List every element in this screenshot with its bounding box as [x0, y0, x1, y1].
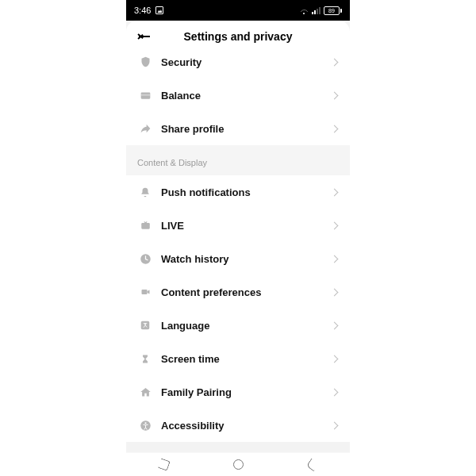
section-header-content-display: Content & Display	[126, 145, 350, 175]
chevron-right-icon	[331, 125, 339, 132]
chevron-right-icon	[331, 255, 339, 263]
row-label: Language	[153, 320, 332, 332]
row-label: Watch history	[153, 253, 332, 265]
phone-frame: 3:46 89 Settings and privacy Security	[126, 0, 350, 476]
back-icon	[306, 458, 320, 471]
row-label: Family Pairing	[153, 386, 332, 398]
chevron-right-icon	[331, 58, 339, 66]
row-screen-time[interactable]: Screen time	[126, 342, 350, 375]
row-watch-history[interactable]: Watch history	[126, 242, 350, 275]
hourglass-icon	[137, 351, 153, 367]
row-label: Content preferences	[153, 286, 332, 298]
row-label: Push notifications	[153, 186, 332, 198]
recent-apps-icon	[157, 458, 171, 471]
row-security[interactable]: Security	[126, 52, 350, 79]
row-label: Share profile	[153, 123, 332, 135]
chevron-right-icon	[331, 388, 339, 396]
share-icon	[137, 121, 153, 136]
row-language[interactable]: Language	[126, 309, 350, 342]
nav-recent-button[interactable]	[148, 456, 179, 474]
shield-icon	[137, 54, 153, 70]
svg-rect-1	[140, 94, 150, 96]
bell-icon	[137, 184, 153, 200]
row-push-notifications[interactable]: Push notifications	[126, 175, 350, 209]
chevron-right-icon	[331, 321, 339, 329]
arrow-left-icon	[139, 36, 150, 37]
battery-level: 89	[324, 6, 340, 15]
chevron-right-icon	[331, 91, 339, 99]
chevron-right-icon	[331, 221, 339, 229]
row-label: Security	[153, 56, 332, 68]
accessibility-icon	[137, 417, 153, 433]
signal-icon	[312, 6, 321, 14]
nav-home-button[interactable]	[222, 456, 254, 474]
row-content-preferences[interactable]: Content preferences	[126, 275, 350, 309]
row-family-pairing[interactable]: Family Pairing	[126, 375, 350, 409]
video-icon	[137, 284, 153, 300]
chevron-right-icon	[331, 188, 339, 196]
home-icon	[137, 384, 153, 400]
svg-point-7	[144, 422, 146, 424]
home-circle-icon	[233, 459, 244, 470]
chevron-right-icon	[331, 355, 339, 363]
row-balance[interactable]: Balance	[126, 79, 350, 112]
row-accessibility[interactable]: Accessibility	[126, 409, 350, 442]
svg-rect-4	[141, 290, 147, 294]
language-icon	[137, 317, 153, 333]
settings-scroll[interactable]: Security Balance Share profile Content &…	[126, 52, 350, 452]
status-bar: 3:46 89	[126, 0, 350, 21]
wifi-icon	[299, 6, 309, 14]
clock-icon	[137, 251, 153, 267]
page-title: Settings and privacy	[126, 30, 350, 43]
system-navbar	[126, 452, 350, 476]
row-label: Balance	[153, 90, 332, 102]
chevron-right-icon	[331, 421, 339, 429]
chevron-right-icon	[331, 288, 339, 296]
gallery-icon	[155, 6, 163, 14]
account-section: Security Balance Share profile	[126, 52, 350, 145]
row-label: LIVE	[153, 220, 332, 232]
row-share-profile[interactable]: Share profile	[126, 112, 350, 145]
status-time: 3:46	[134, 6, 151, 15]
content-display-section: Push notifications LIVE Watch history	[126, 175, 350, 442]
app-header: Settings and privacy	[126, 21, 350, 52]
live-icon	[137, 217, 153, 233]
row-label: Accessibility	[153, 420, 332, 432]
battery-indicator: 89	[324, 6, 342, 15]
row-live[interactable]: LIVE	[126, 209, 350, 242]
wallet-icon	[137, 87, 153, 103]
back-button[interactable]	[131, 23, 158, 50]
svg-rect-2	[141, 223, 150, 229]
row-label: Screen time	[153, 353, 332, 365]
nav-back-button[interactable]	[297, 456, 328, 474]
